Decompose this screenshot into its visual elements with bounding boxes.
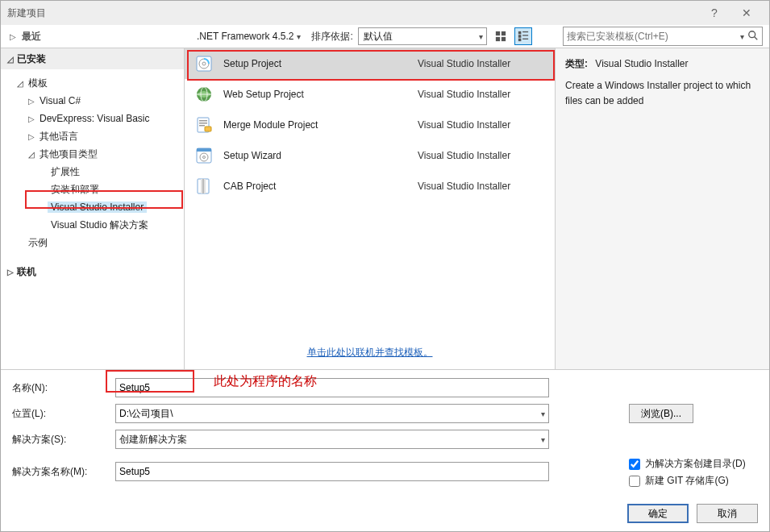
browse-button[interactable]: 浏览(B)... [629,404,693,423]
online-templates-link-wrap: 单击此处以联机并查找模板。 [185,339,555,369]
svg-rect-0 [496,31,500,35]
svg-rect-21 [199,125,205,127]
tree-label: Visual C# [36,95,84,106]
svg-rect-5 [522,31,528,32]
tree-label: 其他语言 [36,130,81,143]
search-caret-icon[interactable]: ▾ [740,32,744,41]
name-input-wrap[interactable] [115,378,549,397]
caret-down-icon: ▾ [479,32,483,41]
template-category: Visual Studio Installer [418,119,547,131]
search-input-wrapper[interactable]: ▾ [563,27,763,46]
framework-combo[interactable]: .NET Framework 4.5.2 ▾ [191,28,306,44]
installed-label: 已安装 [17,52,46,66]
svg-rect-9 [522,39,528,39]
tree-item-other-lang[interactable]: ▷ 其他语言 [4,127,184,145]
category-tree: ◿ 模板 ▷ Visual C# ▷ DevExpress: Visual Ba… [1,69,184,256]
template-name: Setup Wizard [223,150,410,161]
online-templates-link[interactable]: 单击此处以联机并查找模板。 [307,347,433,358]
tree-label: 安装和部署 [48,183,102,197]
online-section-header[interactable]: ▷ 联机 [1,261,184,282]
expander-icon: ▷ [27,114,36,123]
svg-rect-19 [199,120,207,122]
view-medium-icons-button[interactable] [492,27,510,45]
create-git-checkbox[interactable]: 新建 GIT 存储库(G) [629,474,758,488]
solution-name-input-wrap[interactable] [115,462,549,481]
tree-subitem-deployment[interactable]: 安装和部署 [4,181,184,198]
tree-subitem-vs-solution[interactable]: Visual Studio 解决方案 [4,216,184,234]
expander-icon: ▷ [27,132,36,141]
description-text: Create a Windows Installer project to wh… [565,78,760,109]
solution-label: 解决方案(S): [12,433,109,447]
view-small-icons-button[interactable] [514,27,532,45]
template-row[interactable]: Merge Module Project Visual Studio Insta… [185,110,555,140]
tree-label: Visual Studio 解决方案 [48,218,152,232]
setup-project-icon [193,52,215,75]
create-directory-checkbox[interactable]: 为解决方案创建目录(D) [629,457,758,471]
expander-icon: ◿ [27,150,36,159]
description-panel: 类型: Visual Studio Installer Create a Win… [556,48,769,369]
setup-wizard-icon [193,144,215,167]
merge-module-icon [193,114,215,136]
expander-icon: ▷ [7,268,17,276]
template-name: Setup Project [223,58,410,69]
installed-section-header[interactable]: ◿ 已安装 [1,48,184,69]
location-history-caret-icon[interactable]: ▾ [541,409,545,418]
tree-item-csharp[interactable]: ▷ Visual C# [4,92,184,110]
create-directory-checkbox-input[interactable] [629,459,640,470]
location-input-wrap[interactable]: ▾ [115,404,549,423]
cancel-button[interactable]: 取消 [697,504,758,523]
tree-item-other-project-types[interactable]: ◿ 其他项目类型 [4,145,184,163]
create-directory-label: 为解决方案创建目录(D) [645,457,746,471]
template-name: CAB Project [223,181,410,192]
form-area: 此处为程序的名称 名称(N): 位置(L): ▾ 浏览(B)... 解决方案(S… [1,370,769,496]
svg-rect-6 [518,35,522,38]
solution-name-label: 解决方案名称(M): [12,465,109,479]
tree-label: 其他项目类型 [36,148,101,161]
location-input[interactable] [119,408,541,419]
tree-label: Visual Studio Installer [48,202,147,213]
template-category: Visual Studio Installer [418,150,547,161]
nav-back-button[interactable]: ▷ [7,31,19,42]
web-setup-icon [193,83,215,106]
tree-item-templates[interactable]: ◿ 模板 [4,74,184,92]
cab-project-icon [193,175,215,197]
toolbar: ▷ 最近 .NET Framework 4.5.2 ▾ 排序依据: 默认值 ▾ [1,25,769,48]
sort-combo[interactable]: 默认值 ▾ [358,27,487,45]
tree-subitem-extensibility[interactable]: 扩展性 [4,163,184,181]
template-row[interactable]: CAB Project Visual Studio Installer [185,171,555,202]
svg-rect-29 [202,179,204,193]
template-row[interactable]: Web Setup Project Visual Studio Installe… [185,79,555,110]
template-row[interactable]: Setup Wizard Visual Studio Installer [185,140,555,171]
create-git-label: 新建 GIT 存储库(G) [645,474,729,488]
type-value: Visual Studio Installer [595,58,688,69]
window-title: 新建项目 [7,6,698,20]
solution-caret-icon[interactable]: ▾ [541,435,545,444]
template-row[interactable]: Setup Project Visual Studio Installer [185,48,555,79]
recent-label[interactable]: 最近 [22,30,41,44]
svg-rect-4 [518,31,522,35]
name-input[interactable] [119,382,545,393]
sort-value: 默认值 [364,30,393,44]
ok-button[interactable]: 确定 [627,504,689,523]
help-button[interactable]: ? [698,1,730,25]
solution-name-input[interactable] [119,466,545,477]
framework-value: .NET Framework 4.5.2 [197,31,293,42]
dialog-buttons: 确定 取消 [1,496,769,531]
type-label: 类型: [565,58,588,69]
tree-item-devexpress[interactable]: ▷ DevExpress: Visual Basic [4,110,184,127]
create-git-checkbox-input[interactable] [629,476,640,487]
online-label: 联机 [17,265,36,279]
close-button[interactable]: ✕ [730,1,763,25]
search-input[interactable] [567,31,737,42]
svg-rect-24 [197,148,211,152]
solution-combo[interactable]: 创建新解决方案 ▾ [115,430,549,449]
template-category: Visual Studio Installer [418,181,547,192]
tree-subitem-vs-installer[interactable]: Visual Studio Installer [4,198,184,216]
template-category: Visual Studio Installer [418,58,547,69]
svg-rect-2 [496,37,500,41]
search-icon[interactable] [747,30,759,44]
tree-item-samples[interactable]: 示例 [4,234,184,251]
svg-rect-3 [502,37,506,41]
svg-line-11 [755,36,758,39]
sort-by-label: 排序依据: [311,30,352,44]
